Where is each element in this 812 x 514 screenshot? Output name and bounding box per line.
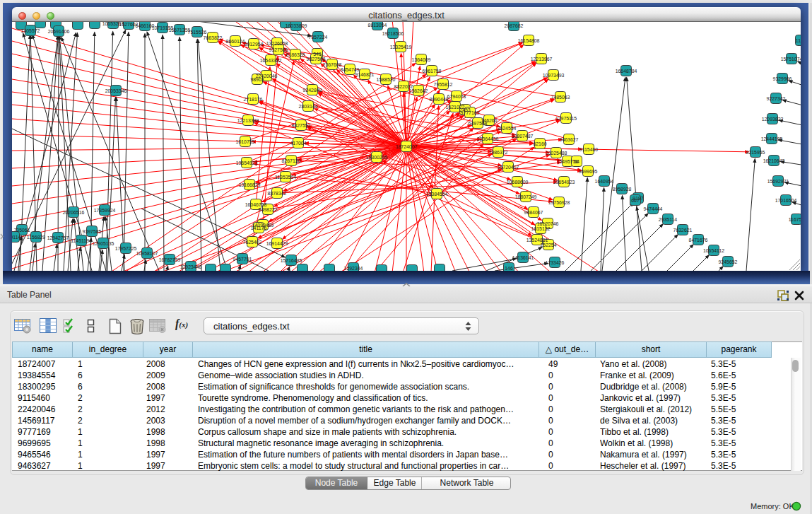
svg-text:18724007: 18724007 (396, 144, 418, 149)
svg-text:20364436: 20364436 (477, 136, 499, 141)
svg-text:18300295: 18300295 (366, 155, 388, 160)
svg-text:18807249: 18807249 (515, 194, 537, 199)
svg-text:16914479: 16914479 (266, 241, 288, 246)
svg-text:39114: 39114 (12, 235, 20, 240)
svg-text:9329966: 9329966 (773, 76, 792, 81)
svg-text:8878342: 8878342 (268, 191, 287, 196)
svg-text:6961758: 6961758 (423, 69, 442, 74)
svg-text:5498222: 5498222 (259, 207, 278, 212)
svg-text:16648784: 16648784 (616, 69, 637, 74)
svg-text:1156829: 1156829 (27, 235, 45, 240)
svg-text:19218506: 19218506 (382, 31, 404, 36)
svg-text:141176: 141176 (251, 226, 267, 230)
svg-text:546: 546 (313, 52, 322, 57)
svg-text:12213389: 12213389 (237, 118, 259, 123)
svg-text:15692971: 15692971 (767, 179, 789, 184)
svg-text:15716485: 15716485 (281, 258, 302, 263)
svg-text:17957225: 17957225 (115, 246, 137, 251)
svg-text:7986372: 7986372 (489, 150, 508, 155)
svg-text:8958928: 8958928 (613, 187, 632, 192)
svg-text:10958107: 10958107 (136, 251, 158, 256)
svg-text:9115460: 9115460 (579, 147, 598, 152)
svg-text:8990448: 8990448 (430, 97, 449, 102)
svg-text:1292344: 1292344 (344, 266, 363, 271)
svg-text:7485063: 7485063 (551, 95, 570, 100)
svg-text:9474444: 9474444 (644, 206, 663, 211)
svg-text:62160: 62160 (533, 141, 546, 146)
svg-text:7357224: 7357224 (309, 35, 328, 40)
svg-text:2935114: 2935114 (659, 217, 677, 222)
svg-text:11353594: 11353594 (275, 175, 296, 180)
svg-text:1364009: 1364009 (412, 57, 431, 62)
svg-text:7625402: 7625402 (243, 240, 262, 245)
svg-text:12942757: 12942757 (47, 235, 69, 240)
svg-text:8454749: 8454749 (341, 67, 360, 72)
svg-text:7632621: 7632621 (673, 228, 693, 233)
svg-text:8215955: 8215955 (746, 150, 765, 155)
svg-text:19654923: 19654923 (553, 180, 575, 185)
svg-text:2367608: 2367608 (323, 62, 342, 67)
svg-text:9227342: 9227342 (767, 96, 786, 101)
svg-text:116753: 116753 (789, 217, 801, 222)
svg-text:20691406: 20691406 (48, 29, 70, 34)
svg-text:13325419: 13325419 (390, 45, 412, 49)
svg-text:8267130: 8267130 (282, 158, 301, 163)
svg-text:9242848: 9242848 (303, 88, 322, 93)
svg-text:7663822: 7663822 (204, 35, 223, 40)
svg-text:12444195: 12444195 (761, 136, 783, 141)
svg-text:9327506: 9327506 (269, 47, 288, 52)
svg-text:11451194: 11451194 (71, 238, 92, 243)
svg-text:64: 64 (574, 159, 579, 164)
svg-text:19166829: 19166829 (239, 182, 261, 187)
svg-text:667: 667 (631, 198, 640, 203)
svg-text:9397585: 9397585 (83, 229, 102, 234)
svg-text:10654112: 10654112 (703, 248, 724, 253)
svg-text:6794078: 6794078 (447, 94, 466, 99)
svg-text:16782759: 16782759 (159, 257, 181, 262)
svg-text:16543382: 16543382 (260, 58, 282, 63)
svg-text:13226058: 13226058 (266, 41, 288, 46)
svg-text:1405572: 1405572 (21, 28, 40, 33)
svg-text:735061: 735061 (14, 228, 30, 233)
svg-text:8186328: 8186328 (286, 52, 305, 57)
svg-text:98903: 98903 (250, 77, 264, 82)
svg-text:9146821: 9146821 (355, 72, 375, 77)
svg-text:417004: 417004 (290, 141, 307, 146)
svg-text:16033809: 16033809 (286, 23, 307, 28)
svg-text:10025488: 10025488 (546, 151, 567, 156)
svg-text:2718176: 2718176 (244, 97, 263, 102)
svg-text:10973493: 10973493 (543, 73, 565, 78)
svg-text:1112: 1112 (796, 38, 801, 43)
svg-text:746266: 746266 (481, 118, 498, 123)
svg-text:12213967: 12213967 (531, 57, 553, 62)
svg-text:19654923: 19654923 (236, 160, 258, 165)
svg-text:10807487: 10807487 (512, 134, 534, 139)
svg-text:15751074: 15751074 (781, 57, 801, 62)
svg-text:16210643: 16210643 (763, 158, 785, 163)
svg-text:146: 146 (505, 266, 513, 271)
svg-text:9084067: 9084067 (524, 210, 543, 215)
svg-text:12923448: 12923448 (180, 264, 202, 269)
svg-text:8471676: 8471676 (689, 238, 708, 243)
svg-text:8427552: 8427552 (292, 123, 311, 128)
svg-text:20206516: 20206516 (63, 210, 85, 215)
svg-text:12905135: 12905135 (93, 241, 114, 246)
svg-text:2087682: 2087682 (505, 23, 524, 28)
svg-text:16120746: 16120746 (537, 221, 559, 226)
svg-text:1010755: 1010755 (236, 139, 255, 144)
svg-text:9457791: 9457791 (233, 257, 252, 262)
svg-text:8660124: 8660124 (226, 39, 245, 44)
svg-text:20053346: 20053346 (105, 88, 127, 93)
svg-text:3624554: 3624554 (498, 126, 517, 131)
svg-text:13524851: 13524851 (526, 238, 548, 243)
svg-text:9463627: 9463627 (560, 137, 579, 142)
svg-text:19756928: 19756928 (548, 200, 570, 205)
svg-text:9245652: 9245652 (719, 259, 738, 264)
svg-text:12975115: 12975115 (555, 116, 577, 121)
svg-text:15720407: 15720407 (498, 165, 519, 170)
svg-text:9327508: 9327508 (307, 57, 326, 62)
svg-text:16154808: 16154808 (518, 38, 540, 43)
svg-text:7955812: 7955812 (434, 82, 453, 87)
svg-text:17359924: 17359924 (94, 208, 116, 213)
svg-text:12093822: 12093822 (762, 117, 784, 122)
